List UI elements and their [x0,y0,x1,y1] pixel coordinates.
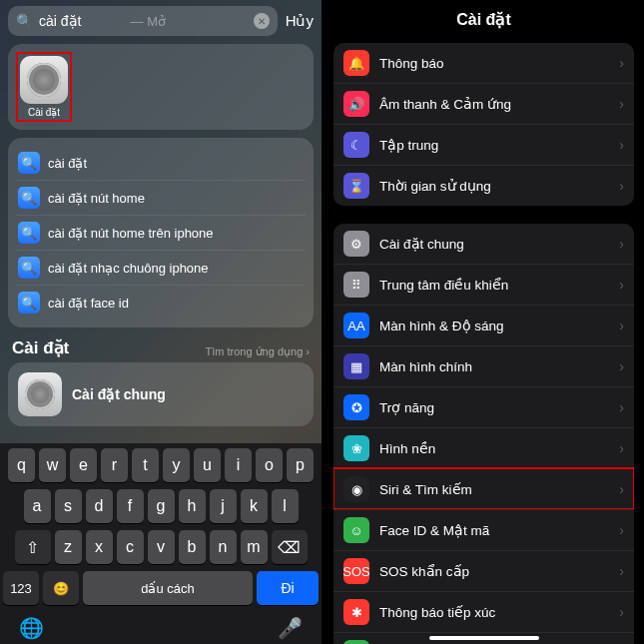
app-tile-settings[interactable]: Cài đặt [16,52,72,122]
key-space[interactable]: dấu cách [83,571,253,605]
chevron-right-icon: › [619,563,624,579]
settings-row[interactable]: ☾Tập trung› [333,124,634,165]
settings-row[interactable]: ▦Màn hình chính› [333,345,634,386]
search-icon: 🔍 [18,152,40,174]
chevron-right-icon: › [619,318,624,333]
key-k[interactable]: k [241,489,268,523]
key-v[interactable]: v [148,530,175,564]
settings-row[interactable]: ✪Trợ năng› [333,386,634,427]
suggestion-row[interactable]: 🔍cài đặt face id [16,285,306,320]
key-y[interactable]: y [163,448,190,482]
globe-icon[interactable]: 🌐 [19,616,44,640]
settings-group: 🔔Thông báo›🔊Âm thanh & Cảm ứng›☾Tập trun… [333,43,634,206]
section-hint[interactable]: Tìm trong ứng dụng › [206,345,311,358]
settings-icon [18,372,62,416]
row-label: Trợ năng [379,399,619,415]
row-icon: ❀ [343,435,369,461]
home-indicator[interactable] [429,636,539,640]
chevron-right-icon: › [619,358,624,374]
row-label: SOS khẩn cấp [379,563,619,579]
settings-row[interactable]: ⚙Cài đặt chung› [333,224,634,264]
keyboard: qwertyuiop asdfghjkl ⇧zxcvbnm⌫ 123 😊 dấu… [0,443,322,644]
key-n[interactable]: n [210,530,237,564]
suggestion-text: cài đặt nút home [48,191,145,206]
row-icon: ⠿ [343,272,369,298]
key-return[interactable]: Đi [257,571,319,605]
suggestion-row[interactable]: 🔍cài đặt nút home trên iphone [16,215,306,250]
key-m[interactable]: m [241,530,268,564]
settings-row[interactable]: ✱Thông báo tiếp xúc› [333,591,634,632]
suggestion-row[interactable]: 🔍cài đặt nhạc chuông iphone [16,250,306,285]
key-numbers[interactable]: 123 [3,571,39,605]
key-c[interactable]: c [117,530,144,564]
row-label: Siri & Tìm kiếm [379,481,619,497]
key-d[interactable]: d [86,489,113,523]
row-icon: ▮ [343,640,369,644]
key-r[interactable]: r [101,448,128,482]
suggestion-row[interactable]: 🔍cài đặt [16,146,306,180]
key-q[interactable]: q [8,448,35,482]
key-x[interactable]: x [86,530,113,564]
key-a[interactable]: a [24,489,51,523]
settings-screen: Cài đặt 🔔Thông báo›🔊Âm thanh & Cảm ứng›☾… [323,0,644,644]
row-icon: ⚙ [343,231,369,257]
row-icon: ✱ [343,599,369,625]
key-l[interactable]: l [272,489,299,523]
settings-row[interactable]: AAMàn hình & Độ sáng› [333,305,634,345]
search-input[interactable]: 🔍 cài đặt — Mở ✕ [8,6,278,36]
key-o[interactable]: o [256,448,283,482]
settings-row[interactable]: ⠿Trung tâm điều khiển› [333,264,634,305]
mic-icon[interactable]: 🎤 [278,616,303,640]
key-s[interactable]: s [55,489,82,523]
key-i[interactable]: i [225,448,252,482]
key-shift[interactable]: ⇧ [15,530,51,564]
key-h[interactable]: h [179,489,206,523]
settings-row[interactable]: 🔊Âm thanh & Cảm ứng› [333,83,634,124]
key-u[interactable]: u [194,448,221,482]
key-g[interactable]: g [148,489,175,523]
cancel-button[interactable]: Hủy [286,12,314,30]
key-w[interactable]: w [39,448,66,482]
row-icon: ◉ [343,476,369,502]
key-f[interactable]: f [117,489,144,523]
key-p[interactable]: p [287,448,314,482]
settings-row[interactable]: ⌛Thời gian sử dụng› [333,165,634,206]
chevron-right-icon: › [619,236,624,252]
row-label: Thời gian sử dụng [379,178,619,194]
row-label: Âm thanh & Cảm ứng [379,96,619,112]
row-icon: 🔊 [343,91,369,117]
result-row[interactable]: Cài đặt chung [8,362,314,426]
key-delete[interactable]: ⌫ [272,530,308,564]
row-label: Cài đặt chung [379,236,619,252]
settings-row[interactable]: ❀Hình nền› [333,427,634,468]
key-e[interactable]: e [70,448,97,482]
chevron-right-icon: › [619,137,624,153]
key-j[interactable]: j [210,489,237,523]
search-query: cài đặt [39,13,127,29]
row-label: Trung tâm điều khiển [379,277,619,293]
search-icon: 🔍 [18,292,40,314]
suggestion-row[interactable]: 🔍cài đặt nút home [16,180,306,215]
suggestion-text: cài đặt nhạc chuông iphone [48,261,209,276]
key-t[interactable]: t [132,448,159,482]
row-icon: ☾ [343,132,369,158]
page-title: Cài đặt [323,0,644,43]
key-z[interactable]: z [55,530,82,564]
row-label: Tập trung [379,137,619,153]
chevron-right-icon: › [619,178,624,194]
row-label: Face ID & Mật mã [379,522,619,538]
emoji-icon[interactable]: 😊 [43,571,79,605]
row-icon: ⌛ [343,173,369,199]
result-label: Cài đặt chung [72,386,166,402]
key-b[interactable]: b [179,530,206,564]
settings-row[interactable]: 🔔Thông báo› [333,43,634,83]
chevron-right-icon: › [619,399,624,415]
chevron-right-icon: › [619,277,624,293]
app-tile-label: Cài đặt [20,107,68,118]
clear-icon[interactable]: ✕ [254,13,270,29]
chevron-right-icon: › [619,440,624,456]
top-hit-card: Cài đặt [8,44,314,130]
settings-row[interactable]: ◉Siri & Tìm kiếm› [333,468,634,509]
settings-row[interactable]: SOSSOS khẩn cấp› [333,550,634,591]
settings-row[interactable]: ☺Face ID & Mật mã› [333,509,634,550]
